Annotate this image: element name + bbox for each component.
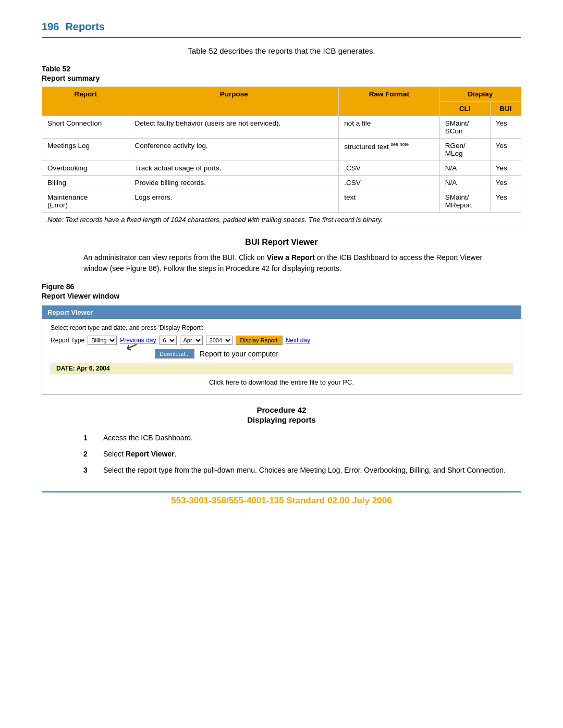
cell-purpose: Provide billing records. xyxy=(129,176,339,190)
table-row: Meetings Log Conference activity log. st… xyxy=(42,139,521,161)
page: 196 Reports Table 52 describes the repor… xyxy=(0,0,563,728)
step-number: 2 xyxy=(83,449,93,460)
table-row: Short Connection Detect faulty behavior … xyxy=(42,116,521,139)
cell-cli: SMaint/SCon xyxy=(439,116,490,139)
col-header-bui: BUI xyxy=(490,102,521,116)
rv-report-type-select[interactable]: Billing xyxy=(88,336,117,345)
rv-titlebar: Report Viewer xyxy=(42,306,521,319)
report-viewer-window: Report Viewer Select report type and dat… xyxy=(42,305,521,395)
cell-purpose: Conference activity log. xyxy=(129,139,339,161)
cell-cli: N/A xyxy=(439,161,490,176)
table-row: Maintenance(Error) Logs errors. text SMa… xyxy=(42,190,521,213)
rv-next-day-link[interactable]: Next day xyxy=(286,337,310,344)
rv-month-select[interactable]: Apr xyxy=(180,336,203,345)
rv-day-select[interactable]: 6 xyxy=(160,336,177,345)
procedure-step: 3 Select the report type from the pull-d… xyxy=(83,465,521,476)
col-header-display: Display xyxy=(439,87,521,102)
cell-rawformat: .CSV xyxy=(339,161,439,176)
procedure-step: 1 Access the ICB Dashboard. xyxy=(83,433,521,443)
section-number: 196 xyxy=(42,21,59,33)
table-note: Note: Text records have a fixed length o… xyxy=(42,213,521,227)
cell-report: Maintenance(Error) xyxy=(42,190,129,213)
procedure-title: Displaying reports xyxy=(42,415,521,424)
rv-controls-row: Report Type Billing Previous day 6 Apr 2… xyxy=(51,336,512,345)
table-row: Billing Provide billing records. .CSV N/… xyxy=(42,176,521,190)
footer-text: 553-3001-358/555-4001-135 Standard 02.00… xyxy=(42,496,521,506)
step-text: Select the report type from the pull-dow… xyxy=(103,465,506,476)
rv-download-text: Report to your computer xyxy=(200,350,278,358)
cell-cli: SMaint/MReport xyxy=(439,190,490,213)
rv-click-text: Click here to download the entire file t… xyxy=(51,378,512,386)
cell-bui: Yes xyxy=(490,139,521,161)
cell-bui: Yes xyxy=(490,161,521,176)
cell-bui: Yes xyxy=(490,176,521,190)
col-header-rawformat: Raw Format xyxy=(339,87,439,116)
download-button[interactable]: Download... xyxy=(155,349,194,359)
rv-report-type-label: Report Type xyxy=(51,337,84,344)
step-number: 1 xyxy=(83,433,93,443)
cell-cli: N/A xyxy=(439,176,490,190)
cell-purpose: Detect faulty behavior (users are not se… xyxy=(129,116,339,139)
rv-date-bar: DATE: Apr 6, 2004 xyxy=(51,363,512,374)
table-title: Report summary xyxy=(42,74,521,82)
display-report-button[interactable]: Display Report xyxy=(236,336,283,345)
cell-rawformat: .CSV xyxy=(339,176,439,190)
cell-report: Meetings Log xyxy=(42,139,129,161)
cell-bui: Yes xyxy=(490,190,521,213)
cell-rawformat: not a file xyxy=(339,116,439,139)
cell-purpose: Track actual usage of ports. xyxy=(129,161,339,176)
table-row: Overbooking Track actual usage of ports.… xyxy=(42,161,521,176)
rv-year-select[interactable]: 2004 xyxy=(206,336,232,345)
cell-purpose: Logs errors. xyxy=(129,190,339,213)
figure-label: Figure 86 xyxy=(42,282,521,291)
cell-rawformat: text xyxy=(339,190,439,213)
procedure-steps: 1 Access the ICB Dashboard. 2 Select Rep… xyxy=(83,433,521,476)
top-rule xyxy=(42,37,521,38)
section-title: Reports xyxy=(65,21,105,33)
col-header-report: Report xyxy=(42,87,129,116)
step-text: Select Report Viewer. xyxy=(103,449,177,460)
step-number: 3 xyxy=(83,465,93,476)
cell-bui: Yes xyxy=(490,116,521,139)
figure-title: Report Viewer window xyxy=(42,292,521,300)
footer-rule xyxy=(42,491,521,492)
table-label: Table 52 xyxy=(42,65,521,73)
report-summary-table: Report Purpose Raw Format Display CLI BU… xyxy=(42,87,521,227)
cell-report: Overbooking xyxy=(42,161,129,176)
cell-cli: RGen/MLog xyxy=(439,139,490,161)
bui-section-heading: BUI Report Viewer xyxy=(42,238,521,247)
cell-report: Billing xyxy=(42,176,129,190)
col-header-purpose: Purpose xyxy=(129,87,339,116)
cell-report: Short Connection xyxy=(42,116,129,139)
procedure-step: 2 Select Report Viewer. xyxy=(83,449,521,460)
table-note-row: Note: Text records have a fixed length o… xyxy=(42,213,521,227)
cell-rawformat: structured text see note xyxy=(339,139,439,161)
col-header-cli: CLI xyxy=(439,102,490,116)
step-text: Access the ICB Dashboard. xyxy=(103,433,193,443)
procedure-heading: Procedure 42 xyxy=(42,405,521,414)
intro-text: Table 52 describes the reports that the … xyxy=(42,46,521,55)
rv-instruction: Select report type and date, and press '… xyxy=(51,324,512,331)
rv-download-row: ↙ Download... Report to your computer xyxy=(155,349,512,359)
bui-section-body: An administrator can view reports from t… xyxy=(83,252,500,274)
